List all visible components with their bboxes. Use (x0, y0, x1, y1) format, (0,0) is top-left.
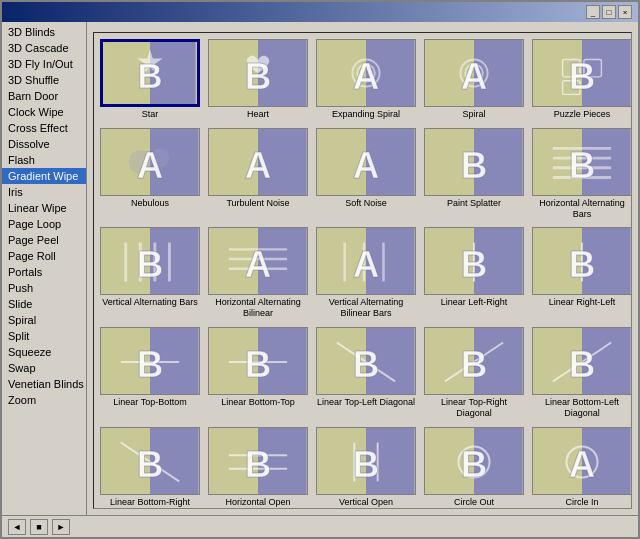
preset-thumb-21: B (208, 427, 308, 495)
svg-text:B: B (461, 344, 488, 385)
preset-name-20: Linear Bottom-Right Diagonal (100, 497, 200, 509)
preset-name-22: Vertical Open (339, 497, 393, 508)
preset-name-6: Turbulent Noise (226, 198, 289, 209)
sidebar-item-22[interactable]: Venetian Blinds (2, 376, 86, 392)
next-button[interactable]: ► (52, 519, 70, 535)
main-area: B Star B Heart A Expanding Spiral A Spir… (87, 22, 638, 515)
preset-item-20[interactable]: B Linear Bottom-Right Diagonal (98, 425, 202, 509)
title-bar: _ □ × (2, 2, 638, 22)
preset-thumb-15: B (100, 327, 200, 395)
preset-thumb-4: B (532, 39, 632, 107)
sidebar-item-10[interactable]: Iris (2, 184, 86, 200)
preset-name-24: Circle In (565, 497, 598, 508)
sidebar-item-21[interactable]: Swap (2, 360, 86, 376)
sidebar-item-20[interactable]: Squeeze (2, 344, 86, 360)
svg-text:B: B (137, 244, 164, 285)
preset-item-24[interactable]: A Circle In (530, 425, 632, 509)
sidebar-item-4[interactable]: Barn Door (2, 88, 86, 104)
svg-text:A: A (137, 144, 164, 185)
svg-text:B: B (137, 344, 164, 385)
preset-name-1: Heart (247, 109, 269, 120)
preset-item-4[interactable]: B Puzzle Pieces (530, 37, 632, 122)
preset-thumb-12: A (316, 227, 416, 295)
sidebar-item-15[interactable]: Portals (2, 264, 86, 280)
sidebar-item-1[interactable]: 3D Cascade (2, 40, 86, 56)
sidebar-item-11[interactable]: Linear Wipe (2, 200, 86, 216)
preset-name-17: Linear Top-Left Diagonal (317, 397, 415, 408)
preset-name-9: Horizontal Alternating Bars (532, 198, 632, 220)
preset-item-22[interactable]: B Vertical Open (314, 425, 418, 509)
sidebar-item-2[interactable]: 3D Fly In/Out (2, 56, 86, 72)
preset-thumb-8: B (424, 128, 524, 196)
preset-item-8[interactable]: B Paint Splatter (422, 126, 526, 222)
svg-text:B: B (245, 344, 272, 385)
svg-text:B: B (461, 144, 488, 185)
preset-item-12[interactable]: A Vertical Alternating Bilinear Bars (314, 225, 418, 321)
preset-name-14: Linear Right-Left (549, 297, 616, 308)
sidebar-item-8[interactable]: Flash (2, 152, 86, 168)
sidebar-item-7[interactable]: Dissolve (2, 136, 86, 152)
sidebar-item-6[interactable]: Cross Effect (2, 120, 86, 136)
svg-text:B: B (245, 56, 272, 97)
preset-item-18[interactable]: B Linear Top-Right Diagonal (422, 325, 526, 421)
preset-item-14[interactable]: B Linear Right-Left (530, 225, 632, 321)
preset-item-19[interactable]: B Linear Bottom-Left Diagonal (530, 325, 632, 421)
preset-item-0[interactable]: B Star (98, 37, 202, 122)
preset-item-11[interactable]: A Horizontal Alternating Bilinear (206, 225, 310, 321)
sidebar-item-18[interactable]: Spiral (2, 312, 86, 328)
preset-item-21[interactable]: B Horizontal Open (206, 425, 310, 509)
preset-item-23[interactable]: B Circle Out (422, 425, 526, 509)
minimize-button[interactable]: _ (586, 5, 600, 19)
preset-item-13[interactable]: B Linear Left-Right (422, 225, 526, 321)
preset-name-5: Nebulous (131, 198, 169, 209)
preset-item-9[interactable]: B Horizontal Alternating Bars (530, 126, 632, 222)
preset-grid: B Star B Heart A Expanding Spiral A Spir… (94, 33, 631, 509)
preset-item-1[interactable]: B Heart (206, 37, 310, 122)
preset-item-10[interactable]: B Vertical Alternating Bars (98, 225, 202, 321)
preset-item-15[interactable]: B Linear Top-Bottom (98, 325, 202, 421)
sidebar-item-9[interactable]: Gradient Wipe (2, 168, 86, 184)
preset-thumb-10: B (100, 227, 200, 295)
content-area: 3D Blinds3D Cascade3D Fly In/Out3D Shuff… (2, 22, 638, 515)
close-button[interactable]: × (618, 5, 632, 19)
preset-thumb-17: B (316, 327, 416, 395)
preset-thumb-1: B (208, 39, 308, 107)
bottom-bar: ◄ ■ ► (2, 515, 638, 537)
sidebar-item-16[interactable]: Push (2, 280, 86, 296)
sidebar-item-5[interactable]: Clock Wipe (2, 104, 86, 120)
sidebar-item-17[interactable]: Slide (2, 296, 86, 312)
svg-text:B: B (245, 443, 272, 484)
maximize-button[interactable]: □ (602, 5, 616, 19)
preset-name-15: Linear Top-Bottom (113, 397, 186, 408)
preset-item-3[interactable]: A Spiral (422, 37, 526, 122)
preset-item-16[interactable]: B Linear Bottom-Top (206, 325, 310, 421)
preset-item-17[interactable]: B Linear Top-Left Diagonal (314, 325, 418, 421)
preset-name-0: Star (142, 109, 159, 120)
preset-name-23: Circle Out (454, 497, 494, 508)
preset-item-7[interactable]: A Soft Noise (314, 126, 418, 222)
svg-text:B: B (353, 344, 380, 385)
preset-name-7: Soft Noise (345, 198, 387, 209)
sidebar-item-14[interactable]: Page Roll (2, 248, 86, 264)
prev-button[interactable]: ◄ (8, 519, 26, 535)
preset-thumb-7: A (316, 128, 416, 196)
preset-name-13: Linear Left-Right (441, 297, 508, 308)
preset-thumb-20: B (100, 427, 200, 495)
stop-button[interactable]: ■ (30, 519, 48, 535)
preset-name-2: Expanding Spiral (332, 109, 400, 120)
sidebar-item-12[interactable]: Page Loop (2, 216, 86, 232)
grid-container[interactable]: B Star B Heart A Expanding Spiral A Spir… (93, 32, 632, 509)
sidebar-item-3[interactable]: 3D Shuffle (2, 72, 86, 88)
svg-text:A: A (353, 244, 380, 285)
sidebar-item-19[interactable]: Split (2, 328, 86, 344)
preset-thumb-0: B (100, 39, 200, 107)
preset-name-8: Paint Splatter (447, 198, 501, 209)
preset-item-5[interactable]: A Nebulous (98, 126, 202, 222)
sidebar-item-23[interactable]: Zoom (2, 392, 86, 408)
preset-item-6[interactable]: A Turbulent Noise (206, 126, 310, 222)
sidebar-item-0[interactable]: 3D Blinds (2, 24, 86, 40)
preset-item-2[interactable]: A Expanding Spiral (314, 37, 418, 122)
svg-text:B: B (569, 144, 596, 185)
sidebar-item-13[interactable]: Page Peel (2, 232, 86, 248)
title-bar-buttons: _ □ × (586, 5, 632, 19)
